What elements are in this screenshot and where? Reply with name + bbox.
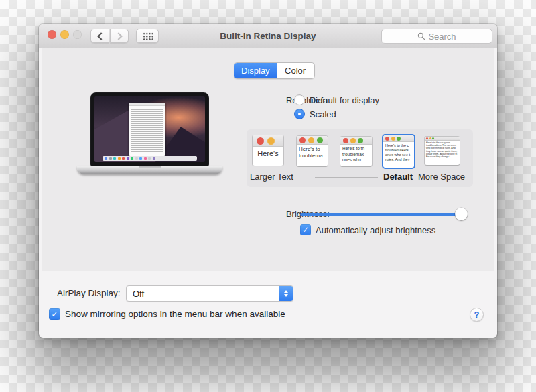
thumb-titlebar [297,136,328,145]
checkmark-icon: ✓ [51,310,58,318]
traffic-red-icon [385,137,389,141]
transparency-checkerboard-background: Built-in Retina Display Search Display C… [0,0,536,392]
tab-display[interactable]: Display [234,63,277,78]
caption-more-space: More Space [418,172,465,182]
tab-color[interactable]: Color [277,63,314,78]
thumb-text: Here's to th troublemak ones who [340,145,372,164]
thumb-text: Here's to the crazy one troublemakers. T… [425,141,460,165]
search-icon [417,32,425,40]
select-stepper[interactable] [279,286,293,301]
traffic-green-icon [317,137,323,143]
help-button[interactable]: ? [470,308,484,322]
traffic-green-icon [432,137,434,139]
chevron-down-icon [284,294,288,297]
traffic-yellow-icon [308,137,314,143]
radio-scaled[interactable] [294,109,305,119]
radio-default-for-display[interactable] [294,94,305,105]
tab-group: Display Color [234,62,315,79]
thumb-titlebar [253,135,283,147]
caption-divider-line [315,177,378,178]
traffic-yellow-icon [391,137,395,141]
airplay-display-select[interactable]: Off [126,285,293,302]
mini-window-text-lines [131,108,163,153]
caption-default: Default [383,172,413,182]
thumb-titlebar [340,137,372,145]
mini-textedit-window [129,103,165,156]
search-placeholder: Search [428,31,456,42]
scale-option-default-selected[interactable]: Here's to the c troublemakers. ones who … [382,134,415,169]
macbook-display-wallpaper [94,96,205,162]
traffic-red-icon [343,138,348,143]
macbook-base [77,166,222,174]
traffic-red-icon [426,137,428,139]
thumb-text: Here's [253,147,283,157]
scale-option-3[interactable]: Here's to th troublemak ones who [340,137,372,166]
mini-dock [103,156,197,161]
traffic-green-icon [397,137,401,141]
auto-brightness-checkbox[interactable]: ✓ [300,224,311,235]
traffic-yellow-icon [429,137,431,139]
macbook-illustration [77,92,222,177]
macbook-notch [139,166,161,168]
traffic-red-icon [257,137,264,145]
checkmark-icon: ✓ [302,226,309,234]
scale-option-2[interactable]: Here's to troublema [297,136,328,166]
traffic-green-icon [358,138,363,143]
title-bar[interactable]: Built-in Retina Display Search [39,24,497,48]
airplay-selected-value: Off [127,289,279,299]
airplay-display-label: AirPlay Display: [57,288,121,298]
traffic-yellow-icon [267,137,275,145]
radio-default-label[interactable]: Default for display [310,95,379,105]
thumb-text: Here's to troublema [297,145,328,159]
radio-scaled-label[interactable]: Scaled [310,109,336,119]
scaled-options-panel: Here's Here's to troublema Here's to th … [247,129,473,187]
traffic-red-icon [299,137,306,143]
traffic-yellow-icon [350,138,356,143]
brightness-slider[interactable] [300,208,466,220]
chevron-up-icon [284,290,288,293]
scale-option-larger-text[interactable]: Here's [253,135,283,166]
slider-track[interactable] [300,213,466,216]
show-mirroring-label[interactable]: Show mirroring options in the menu bar w… [65,309,285,319]
search-input[interactable]: Search [381,29,492,44]
slider-knob[interactable] [455,208,468,220]
macbook-screen [90,92,209,166]
auto-brightness-label[interactable]: Automatically adjust brightness [316,225,436,235]
thumb-titlebar [383,135,414,142]
show-mirroring-checkbox[interactable]: ✓ [49,308,60,320]
scale-option-more-space[interactable]: Here's to the crazy one troublemakers. T… [425,137,460,165]
thumb-text: Here's to the c troublemakers. ones who … [383,142,414,162]
system-preferences-window: Built-in Retina Display Search Display C… [39,24,497,338]
mini-window-titlebar [129,103,165,106]
caption-larger-text: Larger Text [250,172,293,182]
